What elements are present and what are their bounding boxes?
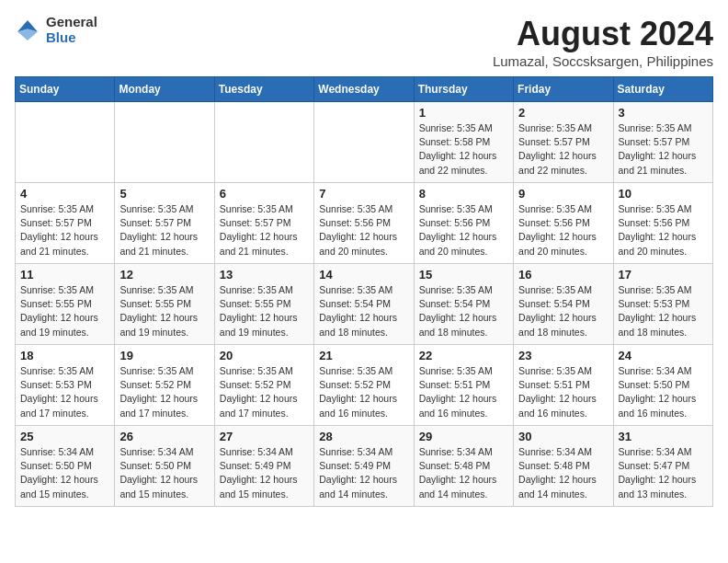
day-number: 10 — [619, 187, 708, 201]
day-info: Sunrise: 5:35 AM Sunset: 5:55 PM Dayligh… — [220, 283, 309, 339]
day-info: Sunrise: 5:35 AM Sunset: 5:56 PM Dayligh… — [419, 202, 508, 259]
day-number: 11 — [20, 268, 109, 282]
day-info: Sunrise: 5:35 AM Sunset: 5:51 PM Dayligh… — [518, 364, 608, 420]
day-number: 30 — [518, 430, 608, 443]
day-number: 29 — [419, 430, 508, 443]
day-number: 7 — [319, 187, 408, 201]
header-thursday: Thursday — [414, 77, 513, 102]
table-row: 15Sunrise: 5:35 AM Sunset: 5:54 PM Dayli… — [414, 264, 513, 345]
day-number: 27 — [220, 430, 309, 443]
day-info: Sunrise: 5:35 AM Sunset: 5:54 PM Dayligh… — [518, 283, 608, 339]
table-row: 18Sunrise: 5:35 AM Sunset: 5:53 PM Dayli… — [16, 345, 115, 426]
day-info: Sunrise: 5:35 AM Sunset: 5:57 PM Dayligh… — [220, 202, 309, 259]
day-number: 2 — [518, 106, 608, 120]
page-header: General Blue August 2024 Lumazal, Soccsk… — [15, 15, 713, 69]
table-row: 17Sunrise: 5:35 AM Sunset: 5:53 PM Dayli… — [613, 264, 712, 345]
logo-icon — [15, 17, 40, 43]
calendar-week-2: 4Sunrise: 5:35 AM Sunset: 5:57 PM Daylig… — [16, 183, 713, 264]
table-row: 14Sunrise: 5:35 AM Sunset: 5:54 PM Dayli… — [314, 264, 414, 345]
day-info: Sunrise: 5:35 AM Sunset: 5:52 PM Dayligh… — [220, 364, 309, 420]
table-row: 3Sunrise: 5:35 AM Sunset: 5:57 PM Daylig… — [613, 102, 712, 183]
day-number: 22 — [419, 349, 508, 362]
table-row — [16, 102, 115, 183]
table-row — [115, 102, 214, 183]
day-number: 24 — [619, 349, 708, 362]
header-row: Sunday Monday Tuesday Wednesday Thursday… — [16, 77, 713, 102]
day-number: 18 — [20, 349, 109, 362]
day-info: Sunrise: 5:34 AM Sunset: 5:47 PM Dayligh… — [619, 445, 708, 501]
day-info: Sunrise: 5:35 AM Sunset: 5:56 PM Dayligh… — [319, 202, 408, 259]
day-info: Sunrise: 5:35 AM Sunset: 5:55 PM Dayligh… — [119, 283, 209, 339]
table-row: 10Sunrise: 5:35 AM Sunset: 5:56 PM Dayli… — [613, 183, 712, 264]
title-location: Lumazal, Soccsksargen, Philippines — [493, 53, 713, 69]
day-info: Sunrise: 5:34 AM Sunset: 5:50 PM Dayligh… — [20, 445, 109, 501]
table-row: 21Sunrise: 5:35 AM Sunset: 5:52 PM Dayli… — [314, 345, 414, 426]
day-info: Sunrise: 5:34 AM Sunset: 5:49 PM Dayligh… — [220, 445, 309, 501]
table-row — [314, 102, 414, 183]
table-row: 2Sunrise: 5:35 AM Sunset: 5:57 PM Daylig… — [514, 102, 613, 183]
calendar-week-4: 18Sunrise: 5:35 AM Sunset: 5:53 PM Dayli… — [16, 345, 713, 426]
day-info: Sunrise: 5:34 AM Sunset: 5:48 PM Dayligh… — [518, 445, 608, 501]
day-number: 3 — [619, 106, 708, 120]
calendar-week-5: 25Sunrise: 5:34 AM Sunset: 5:50 PM Dayli… — [16, 426, 713, 507]
day-number: 8 — [419, 187, 508, 201]
day-info: Sunrise: 5:35 AM Sunset: 5:57 PM Dayligh… — [119, 202, 209, 259]
day-info: Sunrise: 5:34 AM Sunset: 5:50 PM Dayligh… — [119, 445, 209, 501]
table-row: 25Sunrise: 5:34 AM Sunset: 5:50 PM Dayli… — [16, 426, 115, 507]
day-number: 9 — [518, 187, 608, 201]
header-sunday: Sunday — [16, 77, 115, 102]
table-row: 4Sunrise: 5:35 AM Sunset: 5:57 PM Daylig… — [16, 183, 115, 264]
day-number: 4 — [20, 187, 109, 201]
table-row: 13Sunrise: 5:35 AM Sunset: 5:55 PM Dayli… — [214, 264, 313, 345]
day-number: 5 — [119, 187, 209, 201]
day-info: Sunrise: 5:35 AM Sunset: 5:57 PM Dayligh… — [20, 202, 109, 259]
day-number: 25 — [20, 430, 109, 443]
table-row: 16Sunrise: 5:35 AM Sunset: 5:54 PM Dayli… — [514, 264, 613, 345]
day-number: 15 — [419, 268, 508, 282]
day-number: 12 — [119, 268, 209, 282]
table-row — [214, 102, 313, 183]
header-saturday: Saturday — [613, 77, 712, 102]
calendar-week-1: 1Sunrise: 5:35 AM Sunset: 5:58 PM Daylig… — [16, 102, 713, 183]
day-number: 1 — [419, 106, 508, 120]
table-row: 24Sunrise: 5:34 AM Sunset: 5:50 PM Dayli… — [613, 345, 712, 426]
day-info: Sunrise: 5:34 AM Sunset: 5:50 PM Dayligh… — [619, 364, 708, 420]
day-number: 6 — [220, 187, 309, 201]
table-row: 12Sunrise: 5:35 AM Sunset: 5:55 PM Dayli… — [115, 264, 214, 345]
header-wednesday: Wednesday — [314, 77, 414, 102]
day-number: 31 — [619, 430, 708, 443]
day-info: Sunrise: 5:35 AM Sunset: 5:57 PM Dayligh… — [619, 121, 708, 178]
day-info: Sunrise: 5:35 AM Sunset: 5:52 PM Dayligh… — [119, 364, 209, 420]
table-row: 7Sunrise: 5:35 AM Sunset: 5:56 PM Daylig… — [314, 183, 414, 264]
day-info: Sunrise: 5:35 AM Sunset: 5:53 PM Dayligh… — [20, 364, 109, 420]
day-info: Sunrise: 5:35 AM Sunset: 5:54 PM Dayligh… — [419, 283, 508, 339]
table-row: 22Sunrise: 5:35 AM Sunset: 5:51 PM Dayli… — [414, 345, 513, 426]
day-number: 23 — [518, 349, 608, 362]
table-row: 20Sunrise: 5:35 AM Sunset: 5:52 PM Dayli… — [214, 345, 313, 426]
table-row: 8Sunrise: 5:35 AM Sunset: 5:56 PM Daylig… — [414, 183, 513, 264]
calendar-week-3: 11Sunrise: 5:35 AM Sunset: 5:55 PM Dayli… — [16, 264, 713, 345]
logo-general: General — [46, 15, 97, 30]
table-row: 5Sunrise: 5:35 AM Sunset: 5:57 PM Daylig… — [115, 183, 214, 264]
logo: General Blue — [15, 15, 97, 45]
day-info: Sunrise: 5:35 AM Sunset: 5:58 PM Dayligh… — [419, 121, 508, 178]
day-number: 16 — [518, 268, 608, 282]
day-info: Sunrise: 5:35 AM Sunset: 5:53 PM Dayligh… — [619, 283, 708, 339]
table-row: 27Sunrise: 5:34 AM Sunset: 5:49 PM Dayli… — [214, 426, 313, 507]
day-info: Sunrise: 5:35 AM Sunset: 5:52 PM Dayligh… — [319, 364, 408, 420]
table-row: 30Sunrise: 5:34 AM Sunset: 5:48 PM Dayli… — [514, 426, 613, 507]
calendar-table: Sunday Monday Tuesday Wednesday Thursday… — [15, 76, 713, 507]
day-number: 13 — [220, 268, 309, 282]
logo-blue: Blue — [46, 30, 97, 46]
day-number: 20 — [220, 349, 309, 362]
day-number: 28 — [319, 430, 408, 443]
day-number: 21 — [319, 349, 408, 362]
title-area: August 2024 Lumazal, Soccsksargen, Phili… — [493, 15, 713, 69]
table-row: 6Sunrise: 5:35 AM Sunset: 5:57 PM Daylig… — [214, 183, 313, 264]
logo-text: General Blue — [46, 15, 97, 45]
table-row: 9Sunrise: 5:35 AM Sunset: 5:56 PM Daylig… — [514, 183, 613, 264]
table-row: 11Sunrise: 5:35 AM Sunset: 5:55 PM Dayli… — [16, 264, 115, 345]
day-info: Sunrise: 5:35 AM Sunset: 5:54 PM Dayligh… — [319, 283, 408, 339]
table-row: 1Sunrise: 5:35 AM Sunset: 5:58 PM Daylig… — [414, 102, 513, 183]
title-month: August 2024 — [493, 15, 713, 53]
